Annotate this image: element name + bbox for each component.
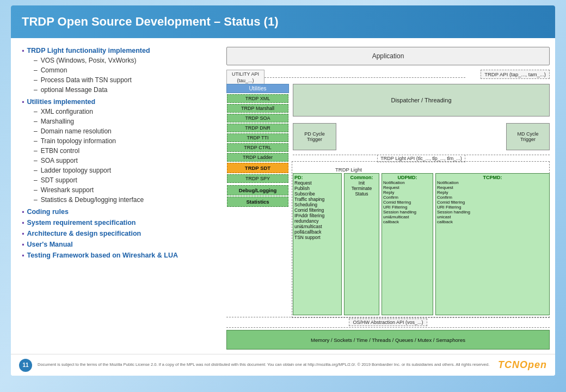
pd-cycle-box: PD CycleTrigger bbox=[293, 123, 336, 150]
tcpmd-item: Request bbox=[437, 185, 548, 190]
section-heading-2: Coding rules bbox=[22, 208, 218, 216]
pd-item: Subscribe bbox=[294, 191, 340, 197]
udpmd-box: UDPMD: Notification Request Reply Confir… bbox=[382, 173, 433, 315]
pd-item: Publish bbox=[294, 186, 340, 191]
udpmd-item: Comid filtering bbox=[383, 200, 432, 205]
sub-list-1: XML configuration Marshalling Domain nam… bbox=[22, 107, 218, 205]
util-trdp-spy: TRDP SPY bbox=[227, 174, 288, 183]
pd-item: Scheduling bbox=[294, 202, 340, 207]
common-item: Terminate bbox=[346, 186, 378, 191]
section-sysreq: System requirement specification bbox=[22, 219, 218, 226]
list-item: ETBN control bbox=[34, 146, 218, 156]
tcn-text: TCN bbox=[498, 359, 520, 370]
section-trdp-light: TRDP Light functionality implemented VOS… bbox=[22, 47, 218, 95]
left-panel: TRDP Light functionality implemented VOS… bbox=[11, 44, 223, 354]
section-heading-1: Utilities implemented bbox=[22, 98, 218, 106]
tcpmd-item: unicast bbox=[437, 215, 548, 219]
list-item: Domain name resolution bbox=[34, 126, 218, 136]
dashed-line-1 bbox=[264, 77, 465, 78]
utilities-section: Utilities TRDP XML TRDP Marshall TRDP SO… bbox=[226, 84, 289, 316]
pd-item: Traffic shaping bbox=[294, 197, 340, 202]
util-trdp-sdt: TRDP SDT bbox=[227, 163, 288, 173]
section-heading-0: TRDP Light functionality implemented bbox=[22, 47, 218, 54]
util-trdp-dnr: TRDP DNR bbox=[227, 124, 288, 132]
udpmd-item: Session handling bbox=[383, 210, 432, 215]
util-trdp-soa: TRDP SOA bbox=[227, 114, 288, 122]
pd-item: Comid filtering bbox=[294, 207, 340, 213]
common-item: Init bbox=[346, 180, 378, 186]
tcpmd-item: URI Filtering bbox=[437, 205, 548, 210]
slide: TRDP Open Source Development – Status (1… bbox=[11, 5, 555, 376]
slide-content: TRDP Light functionality implemented VOS… bbox=[11, 38, 555, 354]
util-trdp-tti: TRDP TTI bbox=[227, 133, 288, 142]
pd-title: PD: bbox=[294, 175, 340, 180]
udpmd-item: Notification bbox=[383, 180, 432, 185]
udpmd-item: URI Filtering bbox=[383, 205, 432, 210]
list-item: VOS (Windows, Posix, VxWorks) bbox=[34, 56, 218, 65]
statistics-box: Statistics bbox=[227, 197, 288, 207]
tcpmd-title: TCPMD: bbox=[437, 175, 548, 180]
footer: 11 Document is subject to the terms of t… bbox=[11, 354, 555, 376]
pd-box: PD: Request Publish Subscribe Traffic sh… bbox=[293, 173, 342, 315]
tcn-logo: TCNOpen bbox=[498, 359, 547, 371]
list-item: SOA support bbox=[34, 156, 218, 166]
list-item: Ladder topology support bbox=[34, 166, 218, 175]
trdp-api-label: TRDP API (tap_..., tam_...) bbox=[481, 70, 550, 79]
tcpmd-item: callback bbox=[437, 219, 548, 224]
util-trdp-ctrl: TRDP CTRL bbox=[227, 143, 288, 152]
sub-list-0: VOS (Windows, Posix, VxWorks) Common Pro… bbox=[22, 56, 218, 95]
udpmd-item: Reply bbox=[383, 190, 432, 195]
udpmd-item: Confirm bbox=[383, 195, 432, 200]
list-item: Statistics & Debug/logging interface bbox=[34, 195, 218, 205]
udpmd-item: callback bbox=[383, 219, 432, 224]
tcpmd-item: Confirm bbox=[437, 195, 548, 200]
list-item: XML configuration bbox=[34, 107, 218, 117]
utility-api-box: UTILITY API(tau_...) bbox=[226, 70, 264, 85]
udpmd-title: UDPMD: bbox=[383, 175, 432, 180]
section-heading-4: Architecture & design specification bbox=[22, 230, 218, 237]
md-cycle-box: MD CycleTrigger bbox=[506, 123, 550, 150]
tcpmd-item: Comid filtering bbox=[437, 200, 548, 205]
util-trdp-marshall: TRDP Marshall bbox=[227, 104, 288, 113]
debug-logging-box: Debug/Logging bbox=[227, 185, 288, 195]
tcpmd-item: Reply bbox=[437, 190, 548, 195]
dispatcher-box: Dispatcher / Threading bbox=[293, 84, 550, 117]
list-item: Marshalling bbox=[34, 117, 218, 126]
section-heading-6: Testing Framework based on Wireshark & L… bbox=[22, 252, 218, 259]
list-item: Train topology information bbox=[34, 136, 218, 146]
common-box: Common: Init Terminate Status bbox=[344, 173, 379, 315]
list-item: Wireshark support bbox=[34, 185, 218, 195]
right-panel: Application UTILITY API(tau_...) TRDP AP… bbox=[223, 44, 555, 354]
section-arch: Architecture & design specification bbox=[22, 230, 218, 237]
pd-item: uni&multicast bbox=[294, 224, 340, 229]
tcpmd-box: TCPMD: Notification Request Reply Confir… bbox=[435, 173, 550, 315]
utilities-label: Utilities bbox=[226, 84, 289, 93]
tcpmd-item: Session handling bbox=[437, 210, 548, 215]
list-item: SDT support bbox=[34, 175, 218, 185]
list-item: optional Message Data bbox=[34, 85, 218, 95]
section-testing: Testing Framework based on Wireshark & L… bbox=[22, 252, 218, 259]
udpmd-item: uni&multicast bbox=[383, 215, 432, 219]
os-hw-label: OS/HW Abstraction API (vos_...) bbox=[226, 317, 550, 328]
tcpmd-item: Notification bbox=[437, 180, 548, 185]
util-trdp-ladder: TRDP Ladder bbox=[227, 153, 288, 162]
footer-copyright: Document is subject to the terms of the … bbox=[38, 362, 498, 368]
diagram: Application UTILITY API(tau_...) TRDP AP… bbox=[226, 47, 550, 351]
pd-item: IPAddr filtering bbox=[294, 213, 340, 218]
common-item: Status bbox=[346, 191, 378, 197]
section-manual: User's Manual bbox=[22, 241, 218, 248]
pd-item: TSN support bbox=[294, 235, 340, 240]
section-coding: Coding rules bbox=[22, 208, 218, 216]
udpmd-item: Request bbox=[383, 185, 432, 190]
list-item: Process Data with TSN support bbox=[34, 75, 218, 85]
util-trdp-xml: TRDP XML bbox=[227, 94, 288, 103]
slide-title: TRDP Open Source Development – Status (1… bbox=[22, 15, 278, 29]
pd-item: Request bbox=[294, 180, 340, 186]
pd-item: poll&callback bbox=[294, 229, 340, 235]
page-number: 11 bbox=[19, 359, 32, 372]
section-heading-5: User's Manual bbox=[22, 241, 218, 248]
section-heading-3: System requirement specification bbox=[22, 219, 218, 226]
common-title: Common: bbox=[346, 175, 378, 180]
list-item: Common bbox=[34, 65, 218, 75]
open-text: Open bbox=[520, 359, 547, 370]
